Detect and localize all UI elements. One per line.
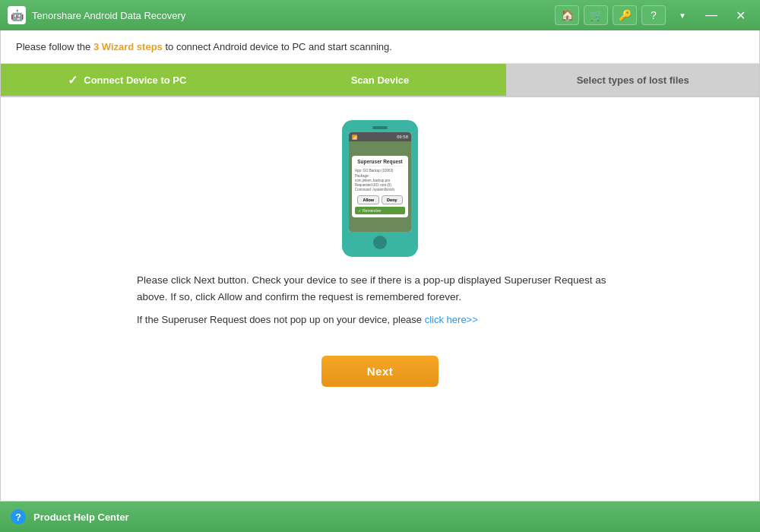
home-button[interactable]: 🏠 <box>555 5 579 25</box>
window-controls: 🏠 🛒 🔑 ? ▼ — ✕ <box>555 5 752 25</box>
footer: ? Product Help Center <box>0 502 760 532</box>
phone-mockup: 📶 09:58 Superuser Request App: GO Backup… <box>342 120 418 257</box>
phone-status-bar: 📶 09:58 <box>349 132 411 141</box>
phone-speaker <box>372 126 388 129</box>
superuser-title: Superuser Request <box>355 159 405 166</box>
next-button[interactable]: Next <box>321 356 439 387</box>
footer-help-icon: ? <box>11 509 26 524</box>
info-text-before: Please follow the <box>16 41 93 52</box>
footer-text: Product Help Center <box>33 511 129 523</box>
secondary-instruction: If the Superuser Request does not pop up… <box>137 314 623 325</box>
main-instruction: Please click Next button. Check your dev… <box>137 272 623 305</box>
next-btn-container: Next <box>321 356 439 387</box>
superuser-package: Package: com.jinken..backup.pro <box>355 174 405 184</box>
app-title: Tenorshare Android Data Recovery <box>32 10 555 21</box>
phone-home-button <box>373 236 387 249</box>
minimize-button[interactable]: — <box>699 5 724 25</box>
content-area: 📶 09:58 Superuser Request App: GO Backup… <box>1 97 759 501</box>
remember-check-icon: ✓ <box>358 208 361 213</box>
secondary-text-before: If the Superuser Request does not pop up… <box>137 314 425 325</box>
phone-screen-content: Superuser Request App: GO Backup (10063)… <box>349 141 411 232</box>
step-select-label: Select types of lost files <box>577 74 689 86</box>
info-highlight: 3 Wizard steps <box>93 41 163 52</box>
step-scan-label: Scan Device <box>351 74 410 86</box>
step-connect-device[interactable]: ✓ Connect Device to PC <box>1 64 254 96</box>
superuser-info: App: GO Backup (10063) Package: com.jink… <box>355 169 405 192</box>
remember-text: Remember <box>363 208 382 213</box>
step-connect-label: Connect Device to PC <box>84 74 186 86</box>
allow-button[interactable]: Allow <box>357 195 379 204</box>
title-bar: 🤖 Tenorshare Android Data Recovery 🏠 🛒 🔑… <box>0 0 760 30</box>
superuser-popup: Superuser Request App: GO Backup (10063)… <box>352 156 408 217</box>
deny-button[interactable]: Deny <box>382 195 402 204</box>
info-bar: Please follow the 3 Wizard steps to conn… <box>1 30 759 64</box>
key-button[interactable]: 🔑 <box>613 5 637 25</box>
app-icon: 🤖 <box>8 6 26 24</box>
step-scan-device[interactable]: Scan Device <box>254 64 507 96</box>
step-select-types[interactable]: Select types of lost files <box>506 64 759 96</box>
phone-screen: 📶 09:58 Superuser Request App: GO Backup… <box>349 132 411 232</box>
close-button[interactable]: ✕ <box>728 5 752 25</box>
cart-button[interactable]: 🛒 <box>584 5 608 25</box>
help-button[interactable]: ? <box>641 5 666 25</box>
superuser-action-buttons: Allow Deny <box>355 195 405 204</box>
step-check-icon: ✓ <box>68 73 78 87</box>
text-content: Please click Next button. Check your dev… <box>106 272 654 348</box>
click-here-link[interactable]: click here>> <box>425 314 478 325</box>
main-container: Please follow the 3 Wizard steps to conn… <box>0 30 760 502</box>
steps-bar: ✓ Connect Device to PC Scan Device Selec… <box>1 64 759 97</box>
superuser-remember: ✓ Remember <box>355 207 405 214</box>
dropdown-button[interactable]: ▼ <box>670 5 695 25</box>
superuser-command: Command: /system/bin/sh <box>355 188 405 192</box>
info-text-after: to connect Android device to PC and star… <box>163 41 392 52</box>
instruction-text: Please click Next button. Check your dev… <box>137 274 606 302</box>
